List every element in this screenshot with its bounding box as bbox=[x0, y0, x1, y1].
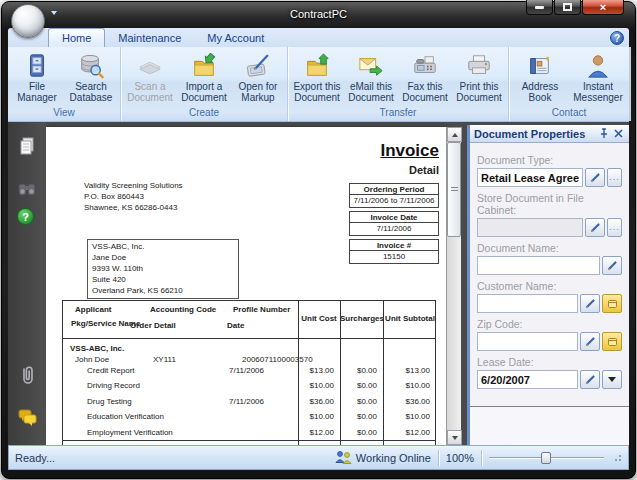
invoice-subtitle: Detail bbox=[409, 164, 439, 176]
file-cabinet-icon bbox=[22, 51, 52, 81]
instant-messenger-button[interactable]: Instant Messenger bbox=[569, 48, 627, 106]
lease-date-field[interactable] bbox=[477, 370, 578, 389]
document-properties-panel: Document Properties Document Type: ... S… bbox=[467, 125, 629, 445]
ribbon-group-label: Create bbox=[123, 106, 285, 121]
chat-icon[interactable] bbox=[17, 407, 37, 427]
customer-name-field[interactable] bbox=[477, 294, 578, 313]
lease-date-label: Lease Date: bbox=[477, 356, 622, 368]
online-status-label: Working Online bbox=[356, 452, 431, 464]
arrow-up-icon bbox=[452, 133, 458, 137]
document-type-label: Document Type: bbox=[477, 154, 622, 166]
ribbon-button-label: Scan a Document bbox=[123, 82, 177, 104]
tab-maintenance[interactable]: Maintenance bbox=[105, 29, 194, 47]
ribbon-tab-bar: Home Maintenance My Account ? bbox=[8, 28, 629, 47]
zip-code-label: Zip Code: bbox=[477, 318, 622, 330]
database-search-icon bbox=[76, 51, 106, 81]
edit-zip-code-button[interactable] bbox=[580, 332, 600, 351]
browse-file-cabinet-button[interactable]: ... bbox=[607, 218, 622, 237]
close-button[interactable]: × bbox=[582, 0, 624, 15]
col-header: Unit Cost bbox=[298, 314, 340, 323]
close-panel-icon[interactable] bbox=[611, 127, 625, 140]
paperclip-icon[interactable] bbox=[17, 365, 37, 385]
chevron-down-icon bbox=[608, 377, 616, 382]
edit-file-cabinet-button[interactable] bbox=[585, 218, 605, 237]
ribbon-group-label: Contact bbox=[511, 106, 627, 121]
fax-icon bbox=[410, 51, 440, 81]
file-cabinet-label: Store Document in File Cabinet: bbox=[477, 192, 622, 216]
panel-body: Document Type: ... Store Document in Fil… bbox=[470, 143, 629, 445]
person-icon bbox=[583, 51, 613, 81]
print-document-button[interactable]: Print this Document bbox=[452, 48, 506, 106]
email-document-button[interactable]: eMail this Document bbox=[344, 48, 398, 106]
col-header: Surcharges bbox=[340, 314, 383, 323]
document-workspace: ? Invoice Detail Validity Screening Solu… bbox=[8, 122, 629, 445]
document-preview-page: Invoice Detail Validity Screening Soluti… bbox=[46, 127, 446, 445]
panel-footer-area bbox=[470, 407, 629, 445]
scan-document-button[interactable]: Scan a Document bbox=[123, 48, 177, 106]
minimize-button[interactable] bbox=[526, 0, 553, 15]
address-book-icon bbox=[525, 51, 555, 81]
ribbon-group-contact: Address Book Instant Messenger Contact bbox=[509, 47, 630, 121]
zip-code-field[interactable] bbox=[477, 332, 578, 351]
col-header: Order Detail bbox=[130, 321, 176, 330]
ribbon-group-transfer: Export this Document eMail this Document… bbox=[288, 47, 509, 121]
document-name-label: Document Name: bbox=[477, 242, 622, 254]
tab-my-account[interactable]: My Account bbox=[194, 29, 277, 47]
tab-home[interactable]: Home bbox=[48, 28, 105, 47]
ribbon-button-label: Import a Document bbox=[177, 82, 231, 104]
document-type-field[interactable] bbox=[477, 168, 583, 187]
maximize-icon bbox=[563, 3, 572, 11]
vertical-scrollbar[interactable] bbox=[446, 127, 461, 445]
email-icon bbox=[356, 51, 386, 81]
scroll-down-button[interactable] bbox=[447, 430, 462, 445]
zoom-slider-thumb[interactable] bbox=[541, 452, 551, 464]
binoculars-icon[interactable] bbox=[17, 179, 37, 199]
ribbon-button-label: eMail this Document bbox=[344, 82, 398, 104]
scrollbar-thumb[interactable] bbox=[447, 142, 461, 237]
titlebar: ContractPC × bbox=[0, 0, 637, 28]
edit-lease-date-button[interactable] bbox=[580, 370, 600, 389]
invoice-company-address: Validity Screening Solutions P.O. Box 86… bbox=[84, 181, 183, 213]
ribbon: File Manager Search Database View Scan a… bbox=[8, 47, 629, 122]
minimize-icon bbox=[535, 6, 544, 9]
file-manager-button[interactable]: File Manager bbox=[10, 48, 64, 106]
scroll-up-button[interactable] bbox=[447, 127, 462, 142]
ribbon-button-label: Open for Markup bbox=[231, 82, 285, 104]
search-database-button[interactable]: Search Database bbox=[64, 48, 118, 106]
working-online-icon bbox=[335, 450, 352, 466]
help-button[interactable]: ? bbox=[610, 31, 624, 45]
quick-access-dropdown-icon[interactable] bbox=[51, 11, 57, 15]
browse-document-type-button[interactable]: ... bbox=[607, 168, 622, 187]
open-for-markup-button[interactable]: Open for Markup bbox=[231, 48, 285, 106]
pin-icon[interactable] bbox=[597, 127, 611, 140]
status-message: Ready... bbox=[15, 452, 55, 464]
zoom-slider[interactable] bbox=[489, 451, 604, 465]
edit-document-type-button[interactable] bbox=[585, 168, 605, 187]
ribbon-button-label: Print this Document bbox=[452, 82, 506, 104]
help-icon[interactable]: ? bbox=[17, 208, 34, 225]
ribbon-group-label: View bbox=[10, 106, 118, 121]
edit-document-name-button[interactable] bbox=[602, 256, 622, 275]
import-document-button[interactable]: Import a Document bbox=[177, 48, 231, 106]
statusbar-separator bbox=[481, 450, 482, 466]
resize-grip[interactable] bbox=[612, 452, 622, 464]
thumb-grip-icon bbox=[451, 187, 458, 193]
file-cabinet-field[interactable] bbox=[477, 218, 583, 237]
lookup-customer-button[interactable] bbox=[602, 294, 622, 313]
edit-customer-name-button[interactable] bbox=[580, 294, 600, 313]
customer-name-label: Customer Name: bbox=[477, 280, 622, 292]
address-book-button[interactable]: Address Book bbox=[511, 48, 569, 106]
pages-icon[interactable] bbox=[17, 136, 37, 156]
ribbon-button-label: Address Book bbox=[511, 82, 569, 104]
document-name-field[interactable] bbox=[477, 256, 600, 275]
export-document-button[interactable]: Export this Document bbox=[290, 48, 344, 106]
ribbon-button-label: Search Database bbox=[64, 82, 118, 104]
window-controls: × bbox=[526, 0, 624, 15]
lease-date-dropdown-button[interactable] bbox=[602, 370, 622, 389]
maximize-button[interactable] bbox=[554, 0, 581, 15]
application-orb-button[interactable] bbox=[11, 4, 45, 38]
scanner-icon bbox=[135, 51, 165, 81]
folder-import-icon bbox=[189, 51, 219, 81]
fax-document-button[interactable]: Fax this Document bbox=[398, 48, 452, 106]
lookup-zip-code-button[interactable] bbox=[602, 332, 622, 351]
